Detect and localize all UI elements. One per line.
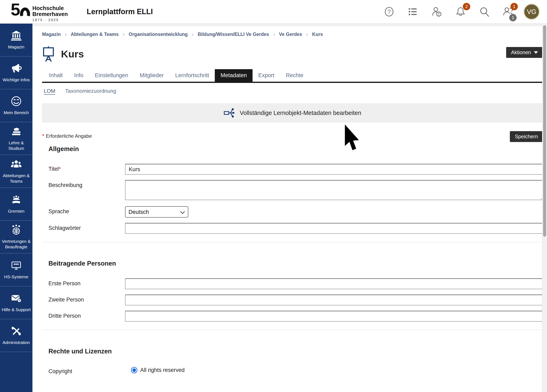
copyright-radio[interactable] xyxy=(131,367,137,373)
form-section-beitragende-personen: Beitragende PersonenErste PersonZweite P… xyxy=(42,260,543,322)
subtab-bar: LOMTaxonomiezuordnung xyxy=(42,88,543,94)
radio-option-label: All rights reserved xyxy=(140,367,185,373)
section-title: Beitragende Personen xyxy=(48,260,543,267)
subtab-taxonomiezuordnung[interactable]: Taxonomiezuordnung xyxy=(65,88,116,94)
mail-help-icon: ? xyxy=(11,293,22,304)
breadcrumb-item-kurs[interactable]: Kurs xyxy=(312,32,323,37)
tab-metadaten[interactable]: Metadaten xyxy=(215,69,253,82)
field-label: Schlagwörter xyxy=(42,223,125,234)
list-button[interactable] xyxy=(407,6,418,17)
tab-einstellungen[interactable]: Einstellungen xyxy=(89,69,134,82)
sidebar-item-magazin[interactable]: Magazin xyxy=(0,24,33,56)
sidebar-item-label: Vertretungen & Beauftragte xyxy=(1,238,31,250)
breadcrumb-separator-icon: › xyxy=(192,31,194,38)
zweite-person-input[interactable] xyxy=(125,295,543,305)
scrollbar-thumb[interactable] xyxy=(543,25,546,237)
breadcrumb-separator-icon: › xyxy=(65,31,67,38)
page-title-row: Kurs Aktionen xyxy=(42,46,543,62)
sidebar-item-label: Administration xyxy=(2,340,30,345)
share-nodes-icon xyxy=(224,108,235,118)
field-label: Copyright xyxy=(42,366,125,375)
titel-input[interactable] xyxy=(125,164,543,175)
form-row-copyright: CopyrightAll rights reserved xyxy=(42,366,543,375)
sprache-select[interactable]: Deutsch xyxy=(125,206,188,217)
sidebar-item-mein-bereich[interactable]: Mein Bereich xyxy=(0,89,33,122)
section-title: Allgemein xyxy=(48,145,543,153)
megaphone-icon xyxy=(11,63,22,75)
sidebar-item-hilfe-support[interactable]: ?Hilfe & Support xyxy=(0,286,33,319)
tab-rechte[interactable]: Rechte xyxy=(280,69,309,82)
sidebar-item-lehre-studium[interactable]: Lehre & Studium xyxy=(0,122,33,155)
form-row-titel: Titel* xyxy=(42,164,543,175)
user-avatar[interactable]: VG xyxy=(524,4,540,20)
help-icon: ? xyxy=(383,6,395,17)
search-icon xyxy=(479,6,490,17)
required-note: *Erforderliche Angabe xyxy=(42,131,92,139)
save-button[interactable]: Speichern xyxy=(510,131,543,142)
breadcrumb-item-ve-gerdes[interactable]: Ve Gerdes xyxy=(279,32,302,37)
breadcrumb: Magazin›Abteilungen & Teams›Organisation… xyxy=(42,26,543,38)
sidebar-item-label: Lehre & Studium xyxy=(1,140,31,151)
sidebar-item-label: HS-Systeme xyxy=(4,274,28,279)
university-logo[interactable]: 5 Hochschule Bremerhaven 1975 - 2025 xyxy=(11,2,68,22)
schlagworter-input[interactable] xyxy=(125,223,543,234)
users-button[interactable]: 11 xyxy=(503,6,514,17)
sidebar-item-administration[interactable]: Administration xyxy=(0,319,33,352)
sidebar-item-abteilungen-teams[interactable]: Abteilungen & Teams xyxy=(0,155,33,188)
erste-person-input[interactable] xyxy=(125,278,543,289)
breadcrumb-separator-icon: › xyxy=(306,31,308,38)
sidebar-item-wichtige-infos[interactable]: Wichtige Infos xyxy=(0,56,33,89)
tab-lernfortschritt[interactable]: Lernfortschritt xyxy=(169,69,215,82)
required-asterisk: * xyxy=(42,133,44,139)
list-icon xyxy=(407,6,418,17)
globe-people-icon xyxy=(11,224,22,236)
committee-icon xyxy=(11,194,22,206)
sidebar-item-label: Mein Bereich xyxy=(4,110,29,115)
metadata-form: AllgemeinTitel*BeschreibungSpracheDeutsc… xyxy=(42,145,543,375)
logo-50-mark: 5 xyxy=(11,2,30,17)
dritte-person-input[interactable] xyxy=(125,311,543,322)
svg-text:***: *** xyxy=(14,262,19,267)
vertical-scrollbar xyxy=(542,24,547,392)
section-divider xyxy=(42,242,543,242)
tab-export[interactable]: Export xyxy=(253,69,280,82)
sidebar-item-vertretungen-beauftragte[interactable]: Vertretungen & Beauftragte xyxy=(0,221,33,253)
team-icon xyxy=(11,159,22,170)
tab-inhalt[interactable]: Inhalt xyxy=(43,69,68,82)
form-header: *Erforderliche Angabe Speichern xyxy=(42,131,543,142)
edit-full-metadata-link[interactable]: Vollständige Lernobjekt-Metadaten bearbe… xyxy=(42,103,543,122)
bell-button[interactable]: 2 xyxy=(455,6,466,17)
main-sidebar: MagazinWichtige InfosMein BereichLehre &… xyxy=(0,24,33,392)
sidebar-item-hs-systeme[interactable]: ***HS-Systeme xyxy=(0,253,33,286)
section-title: Rechte und Lizenzen xyxy=(48,348,543,355)
beschreibung-textarea[interactable] xyxy=(125,180,543,200)
actions-button[interactable]: Aktionen xyxy=(506,47,543,58)
user-alert-icon xyxy=(431,6,442,17)
help-button[interactable]: ? xyxy=(383,6,395,17)
breadcrumb-separator-icon: › xyxy=(273,31,275,38)
form-section-rechte-und-lizenzen: Rechte und LizenzenCopyrightAll rights r… xyxy=(42,348,543,375)
sidebar-item-gremien[interactable]: Gremien xyxy=(0,188,33,221)
logo-zero-arc xyxy=(20,2,30,16)
form-row-erste-person: Erste Person xyxy=(42,278,543,289)
field-label: Beschreibung xyxy=(42,180,125,201)
breadcrumb-item-bildung-wissen-elli-ve-gerdes[interactable]: Bildung/Wissen/ELLI Ve Gerdes xyxy=(198,32,269,37)
user-alert-button[interactable] xyxy=(431,6,442,17)
app-title: Lernplattform ELLI xyxy=(87,7,153,16)
breadcrumb-item-organisationsentwicklung[interactable]: Organisationsentwicklung xyxy=(129,32,188,37)
field-label: Zweite Person xyxy=(42,295,125,305)
breadcrumb-item-magazin[interactable]: Magazin xyxy=(42,32,61,37)
logo-years: 1975 - 2025 xyxy=(33,18,68,22)
form-row-zweite-person: Zweite Person xyxy=(42,295,543,305)
tab-mitglieder[interactable]: Mitglieder xyxy=(134,69,169,82)
subtab-lom[interactable]: LOM xyxy=(44,88,55,94)
svg-text:?: ? xyxy=(387,8,391,15)
logo-line1: Hochschule xyxy=(33,5,68,11)
tab-bar: InhaltInfoEinstellungenMitgliederLernfor… xyxy=(42,69,543,83)
svg-text:?: ? xyxy=(19,299,20,302)
breadcrumb-item-abteilungen-teams[interactable]: Abteilungen & Teams xyxy=(71,32,118,37)
notification-badge: 1 xyxy=(510,3,518,10)
sidebar-item-label: Magazin xyxy=(8,44,24,50)
search-button[interactable] xyxy=(479,6,490,17)
tab-info[interactable]: Info xyxy=(68,69,89,82)
